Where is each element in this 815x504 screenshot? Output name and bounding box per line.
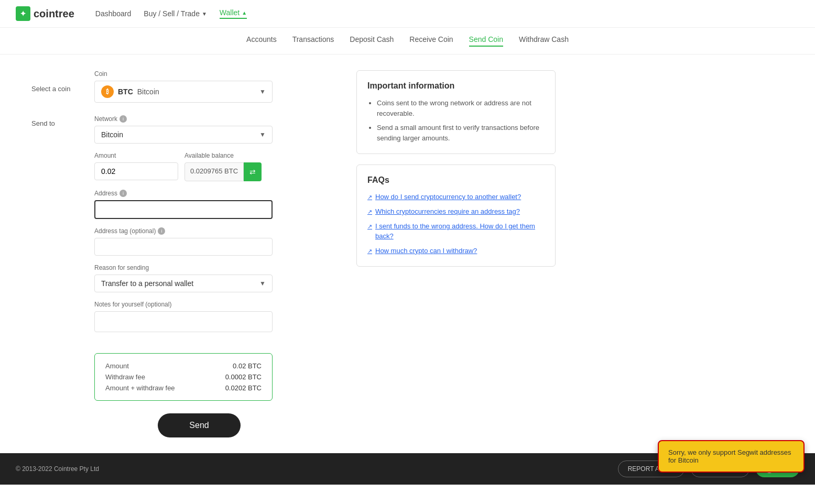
reason-field: Reason for sending Transfer to a persona… [94, 264, 335, 292]
summary-total-label: Amount + withdraw fee [105, 384, 175, 392]
btc-icon: ₿ [101, 85, 114, 98]
summary-total-value: 0.0202 BTC [225, 384, 262, 392]
subnav-send-coin[interactable]: Send Coin [469, 35, 503, 47]
faq-link-3[interactable]: ↗ I sent funds to the wrong address. How… [367, 222, 545, 240]
amount-label: Amount [94, 152, 178, 159]
summary-amount-value: 0.02 BTC [233, 362, 262, 370]
coin-field: Coin ₿ BTC Bitcoin ▼ [94, 70, 335, 103]
subnav-transactions[interactable]: Transactions [292, 35, 334, 47]
balance-display: 0.0209765 BTC [184, 162, 244, 181]
reason-dropdown-arrow: ▼ [259, 280, 266, 287]
network-info-icon[interactable]: i [119, 115, 127, 123]
network-selector[interactable]: Bitcoin ▼ [94, 126, 273, 144]
reason-selector[interactable]: Transfer to a personal wallet ▼ [94, 275, 273, 292]
buy-sell-dropdown-icon: ▼ [202, 11, 207, 17]
left-panel: Select a coin Coin ₿ BTC Bitcoin ▼ Send … [31, 70, 335, 437]
coin-symbol: BTC [118, 87, 133, 96]
coin-name: Bitcoin [137, 87, 159, 96]
section-label-send-to: Send to [31, 115, 84, 127]
important-info-box: Important information Coins sent to the … [356, 70, 556, 154]
subnav-deposit-cash[interactable]: Deposit Cash [350, 35, 394, 47]
toast: Sorry, we only support Segwit addresses … [658, 440, 805, 473]
footer-copyright: © 2013-2022 Cointree Pty Ltd [16, 465, 99, 473]
brand-name: cointree [34, 8, 74, 20]
address-tag-label: Address tag (optional) i [94, 227, 335, 235]
address-input[interactable] [94, 200, 273, 219]
coin-left: ₿ BTC Bitcoin [101, 85, 159, 98]
send-to-section: Send to Network i Bitcoin ▼ Amo [31, 115, 335, 341]
amount-input[interactable] [94, 162, 178, 180]
important-info-item-1: Coins sent to the wrong network or addre… [377, 98, 545, 118]
wallet-dropdown-icon: ▲ [242, 10, 247, 16]
section-label-select-coin: Select a coin [31, 70, 84, 93]
network-dropdown-arrow: ▼ [259, 131, 266, 138]
faq-link-1[interactable]: ↗ How do I send cryptocurrency to anothe… [367, 192, 545, 202]
header: ✦ cointree Dashboard Buy / Sell / Trade … [0, 0, 815, 28]
coin-selector[interactable]: ₿ BTC Bitcoin ▼ [94, 81, 273, 103]
summary-box: Amount 0.02 BTC Withdraw fee 0.0002 BTC … [94, 353, 273, 401]
reason-value: Transfer to a personal wallet [101, 279, 193, 288]
logo-icon: ✦ [16, 6, 30, 21]
reason-label: Reason for sending [94, 264, 335, 271]
nav-wallet[interactable]: Wallet ▲ [220, 8, 247, 19]
coin-dropdown-arrow: ▼ [259, 88, 266, 95]
subnav-withdraw-cash[interactable]: Withdraw Cash [519, 35, 569, 47]
amount-col: Amount [94, 152, 178, 180]
important-info-item-2: Send a small amount first to verify tran… [377, 123, 545, 143]
address-label: Address i [94, 190, 335, 197]
balance-display-row: 0.0209765 BTC ⇄ [184, 162, 262, 181]
summary-amount-row: Amount 0.02 BTC [105, 362, 262, 370]
right-panel: Important information Coins sent to the … [356, 70, 556, 437]
faq-title: FAQs [367, 176, 545, 185]
faq-link-4[interactable]: ↗ How much crypto can I withdraw? [367, 246, 545, 256]
subnav-receive-coin[interactable]: Receive Coin [409, 35, 453, 47]
notes-input[interactable] [94, 311, 273, 332]
address-info-icon[interactable]: i [119, 190, 127, 197]
subnav-accounts[interactable]: Accounts [246, 35, 277, 47]
network-field: Network i Bitcoin ▼ [94, 115, 335, 144]
faq-box: FAQs ↗ How do I send cryptocurrency to a… [356, 165, 556, 267]
sub-nav: Accounts Transactions Deposit Cash Recei… [0, 28, 815, 54]
amount-row: Amount Available balance 0.0209765 BTC ⇄ [94, 152, 335, 181]
important-info-title: Important information [367, 81, 545, 91]
network-value: Bitcoin [101, 130, 123, 139]
address-tag-info-icon[interactable]: i [158, 227, 165, 235]
toast-wrapper: Sorry, we only support Segwit addresses … [658, 440, 805, 473]
swap-button[interactable]: ⇄ [244, 162, 262, 181]
main-nav: Dashboard Buy / Sell / Trade ▼ Wallet ▲ [95, 8, 247, 19]
select-coin-section: Select a coin Coin ₿ BTC Bitcoin ▼ [31, 70, 335, 103]
available-balance-label: Available balance [184, 152, 262, 159]
summary-total-row: Amount + withdraw fee 0.0202 BTC [105, 384, 262, 392]
coin-label: Coin [94, 70, 335, 78]
main-content: Select a coin Coin ₿ BTC Bitcoin ▼ Send … [0, 54, 815, 453]
logo[interactable]: ✦ cointree [16, 6, 74, 21]
summary-amount-label: Amount [105, 362, 129, 370]
send-button-wrapper: Send [63, 413, 335, 437]
summary-fee-label: Withdraw fee [105, 373, 145, 381]
notes-field: Notes for yourself (optional) [94, 301, 335, 332]
notes-label: Notes for yourself (optional) [94, 301, 335, 308]
send-to-fields: Network i Bitcoin ▼ Amount Availa [94, 115, 335, 341]
summary-fee-value: 0.0002 BTC [225, 373, 262, 381]
address-field: Address i [94, 190, 335, 219]
important-info-list: Coins sent to the wrong network or addre… [367, 98, 545, 143]
toast-message: Sorry, we only support Segwit addresses … [668, 448, 791, 464]
nav-dashboard[interactable]: Dashboard [95, 9, 132, 18]
address-tag-input[interactable] [94, 238, 273, 256]
network-label: Network i [94, 115, 335, 123]
summary-fee-row: Withdraw fee 0.0002 BTC [105, 373, 262, 381]
nav-buy-sell-trade[interactable]: Buy / Sell / Trade ▼ [144, 9, 207, 18]
send-button[interactable]: Send [158, 413, 240, 437]
address-tag-field: Address tag (optional) i [94, 227, 335, 256]
balance-col: Available balance 0.0209765 BTC ⇄ [184, 152, 262, 181]
faq-link-2[interactable]: ↗ Which cryptocurrencies require an addr… [367, 207, 545, 216]
